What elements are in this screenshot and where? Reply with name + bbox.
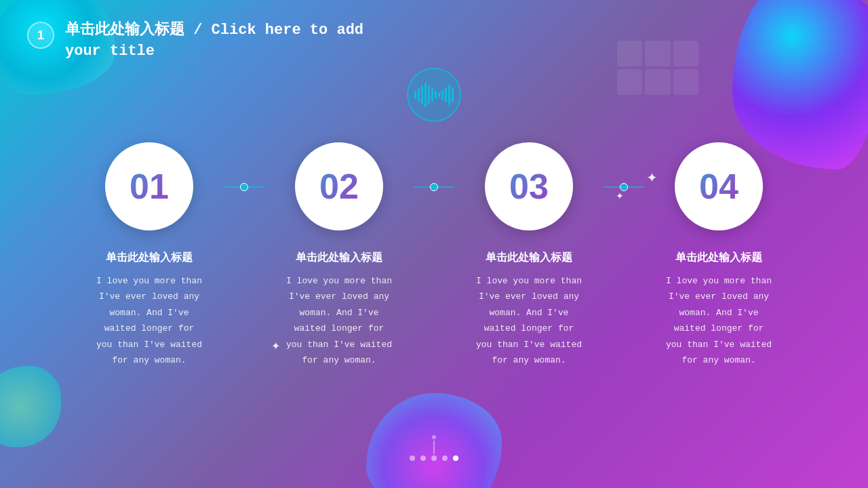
sound-wave-icon — [407, 68, 461, 122]
col-title-4[interactable]: 单击此处输入标题 — [675, 251, 762, 265]
col-body-2[interactable]: I love you more thanI've ever loved anyw… — [286, 273, 392, 368]
number-01: 01 — [130, 166, 169, 207]
number-02: 02 — [319, 166, 359, 207]
col-title-1[interactable]: 单击此处输入标题 — [106, 251, 193, 265]
dot-3[interactable] — [431, 455, 437, 461]
col-title-2[interactable]: 单击此处输入标题 — [296, 251, 382, 265]
circle-03[interactable]: 03 — [485, 142, 573, 230]
circle-01[interactable]: 01 — [105, 142, 193, 230]
slide-dots — [410, 455, 458, 461]
slide-background: 1 单击此处输入标题 / Click here to add your titl… — [0, 0, 868, 488]
number-04: 04 — [699, 166, 738, 207]
col-title-3[interactable]: 单击此处输入标题 — [486, 251, 572, 265]
title-line2: your title — [65, 43, 155, 60]
blob-left-mid — [0, 366, 61, 447]
title-line1: 单击此处输入标题 / Click here to add — [65, 22, 363, 39]
screen-decoration — [617, 41, 698, 95]
dot-1[interactable] — [410, 455, 415, 461]
dot-4[interactable] — [442, 455, 448, 461]
col-body-4[interactable]: I love you more thanI've ever loved anyw… — [666, 273, 772, 368]
dot-5-active[interactable] — [453, 455, 458, 461]
col-body-1[interactable]: I love you more thanI've ever loved anyw… — [96, 273, 202, 368]
column-2: 02 单击此处输入标题 I love you more thanI've eve… — [244, 142, 434, 368]
pipe-decoration — [432, 435, 436, 454]
circle-02[interactable]: 02 — [295, 142, 383, 230]
slide-number: 1 — [27, 22, 54, 49]
column-1: 01 单击此处输入标题 I love you more thanI've eve… — [54, 142, 244, 368]
column-3: 03 单击此处输入标题 I love you more thanI've eve… — [434, 142, 624, 368]
header-title[interactable]: 单击此处输入标题 / Click here to add your title — [65, 20, 363, 62]
header: 1 单击此处输入标题 / Click here to add your titl… — [27, 20, 363, 62]
col-body-3[interactable]: I love you more thanI've ever loved anyw… — [476, 273, 582, 368]
circle-04[interactable]: 04 — [675, 142, 763, 230]
column-4: 04 单击此处输入标题 I love you more thanI've eve… — [624, 142, 814, 368]
dot-2[interactable] — [420, 455, 426, 461]
columns-container: 01 单击此处输入标题 I love you more thanI've eve… — [54, 142, 814, 368]
number-03: 03 — [509, 166, 549, 207]
